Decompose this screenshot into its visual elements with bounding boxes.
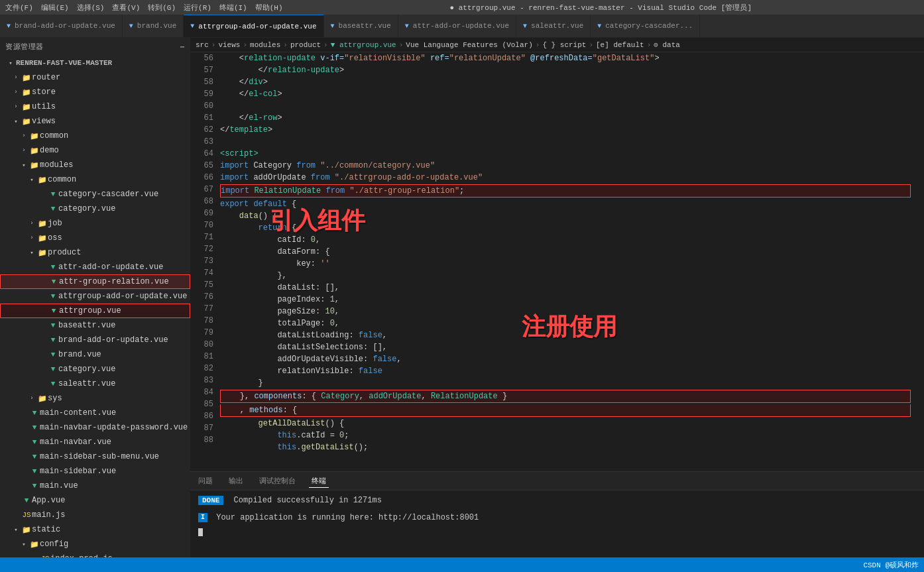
tree-label-main-sidebar: main-sidebar.vue xyxy=(40,467,190,476)
folder-icon: 📁 xyxy=(37,249,48,257)
sidebar-item-oss[interactable]: › 📁 oss xyxy=(0,231,190,245)
ln88: 88 xyxy=(197,434,213,446)
expand-icon: ▾ xyxy=(5,60,16,67)
sidebar-item-main-sidebar[interactable]: ▼ main-sidebar.vue xyxy=(0,464,190,479)
ln77: 77 xyxy=(197,303,213,315)
vue-file-icon: ▼ xyxy=(48,205,58,213)
ln57: 57 xyxy=(197,64,213,76)
new-file-icon[interactable]: ⋯ xyxy=(180,42,185,51)
menu-select[interactable]: 选择(S) xyxy=(77,3,105,13)
expand-arrow: ▾ xyxy=(19,162,29,169)
sidebar-item-utils[interactable]: › 📁 utils xyxy=(0,99,190,114)
sidebar-item-product[interactable]: ▾ 📁 product xyxy=(0,245,190,260)
sidebar-item-main-js[interactable]: JS main.js xyxy=(0,508,190,522)
tab-category-cascader[interactable]: ▼ category-cascader... xyxy=(591,15,700,37)
panel-tab-terminal[interactable]: 终端 xyxy=(309,475,329,488)
tab-attrgroup-add-or-update[interactable]: ▼ attrgroup-add-or-update.vue xyxy=(184,15,323,37)
sidebar-item-config[interactable]: ▾ 📁 config xyxy=(0,537,190,551)
sidebar-item-attr-add-or-update[interactable]: ▼ attr-add-or-update.vue xyxy=(0,260,190,274)
vue-file-icon: ▼ xyxy=(29,424,40,431)
menu-terminal[interactable]: 终端(I) xyxy=(219,3,247,13)
sidebar-item-main-content[interactable]: ▼ main-content.vue xyxy=(0,406,190,420)
sidebar-header-icons[interactable]: ⋯ xyxy=(180,42,185,51)
sidebar-item-main-navbar-update-password[interactable]: ▼ main-navbar-update-password.vue xyxy=(0,420,190,435)
sidebar-item-category-cascader[interactable]: ▼ category-cascader.vue xyxy=(0,187,190,201)
code-editor[interactable]: 56 57 58 59 60 61 62 63 64 65 66 67 68 6… xyxy=(190,52,924,453)
sidebar-header: 资源管理器 ⋯ xyxy=(0,38,190,56)
folder-icon: 📁 xyxy=(21,117,32,126)
tree-label-main-sidebar-sub-menu: main-sidebar-sub-menu.vue xyxy=(40,452,190,461)
sidebar-item-product-category[interactable]: ▼ category.vue xyxy=(0,362,190,376)
ln82: 82 xyxy=(197,363,213,374)
tree-label-attrgroup: attrgroup.vue xyxy=(59,306,190,315)
sidebar-item-router[interactable]: › 📁 router xyxy=(0,70,190,85)
sidebar-root[interactable]: ▾ RENREN-FAST-VUE-MASTER xyxy=(0,56,190,70)
menu-view[interactable]: 查看(V) xyxy=(112,3,140,13)
tree-label-utils: utils xyxy=(32,102,190,111)
sidebar-item-attr-group-relation[interactable]: ▼ attr-group-relation.vue xyxy=(0,274,190,289)
menu-edit[interactable]: 编辑(E) xyxy=(41,3,69,13)
vue-file-icon: ▼ xyxy=(48,307,59,315)
terminal-done-line: DONE Compiled successfully in 1271ms xyxy=(198,494,916,506)
tab-label: attrgroup-add-or-update.vue xyxy=(198,23,316,30)
sidebar-item-attrgroup-add-or-update[interactable]: ▼ attrgroup-add-or-update.vue xyxy=(0,289,190,304)
vue-file-icon: ▼ xyxy=(29,453,40,461)
menu-run[interactable]: 运行(R) xyxy=(184,3,211,13)
tree-label-category-vue: category.vue xyxy=(58,204,190,213)
vue-icon: ▼ xyxy=(523,23,527,30)
menu-help[interactable]: 帮助(H) xyxy=(255,3,283,13)
bc-data: ⊙ data xyxy=(654,40,680,49)
sidebar-tree[interactable]: ▾ RENREN-FAST-VUE-MASTER › 📁 router › 📁 … xyxy=(0,56,190,557)
vue-icon: ▼ xyxy=(190,23,194,30)
sidebar-item-main-vue[interactable]: ▼ main.vue xyxy=(0,479,190,493)
tree-label-main-js: main.js xyxy=(32,510,190,520)
menu-goto[interactable]: 转到(G) xyxy=(148,3,176,13)
sidebar-item-brand[interactable]: ▼ brand.vue xyxy=(0,347,190,362)
tab-attr-add-or-update[interactable]: ▼ attr-add-or-update.vue xyxy=(398,15,516,37)
sidebar-item-static[interactable]: ▾ 📁 static xyxy=(0,522,190,537)
bc-file: ▼ attrgroup.vue xyxy=(331,41,396,49)
titlebar: 文件(F) 编辑(E) 选择(S) 查看(V) 转到(G) 运行(R) 终端(I… xyxy=(0,0,924,15)
tree-label-main-content: main-content.vue xyxy=(40,408,190,418)
sidebar-item-baseattr[interactable]: ▼ baseattr.vue xyxy=(0,318,190,333)
tab-brand-add-or-update[interactable]: ▼ brand-add-or-update.vue xyxy=(0,15,123,37)
tab-saleattr[interactable]: ▼ saleattr.vue xyxy=(516,15,591,37)
sidebar-item-brand-add-or-update[interactable]: ▼ brand-add-or-update.vue xyxy=(0,333,190,347)
info-message: Your application is running here: http:/… xyxy=(216,513,479,522)
code-line-63 xyxy=(220,136,911,148)
expand-arrow: › xyxy=(11,89,21,95)
sidebar-item-attrgroup[interactable]: ▼ attrgroup.vue xyxy=(0,304,190,318)
ln84: 84 xyxy=(197,386,213,398)
sidebar-item-common-views[interactable]: › 📁 common xyxy=(0,129,190,143)
ln65: 65 xyxy=(197,160,213,172)
sidebar-item-category-vue[interactable]: ▼ category.vue xyxy=(0,201,190,216)
menu-file[interactable]: 文件(F) xyxy=(5,3,33,13)
sidebar-item-views[interactable]: ▾ 📁 views xyxy=(0,114,190,129)
sidebar-item-demo[interactable]: › 📁 demo xyxy=(0,143,190,158)
panel-tab-debug[interactable]: 调试控制台 xyxy=(257,475,298,487)
ln70: 70 xyxy=(197,219,213,231)
panel-tab-problems[interactable]: 问题 xyxy=(196,475,215,487)
tree-label-main-navbar: main-navbar.vue xyxy=(40,437,190,447)
sidebar-item-index-prod[interactable]: JS index-prod.js xyxy=(0,551,190,557)
window-title: ● attrgroup.vue - renren-fast-vue-master… xyxy=(283,3,919,13)
code-line-86: getAllDataList() { xyxy=(220,418,911,429)
tab-brand[interactable]: ▼ brand.vue xyxy=(123,15,184,37)
sidebar-item-sys[interactable]: › 📁 sys xyxy=(0,391,190,406)
panel-tab-output[interactable]: 输出 xyxy=(226,475,246,487)
sidebar-item-app-vue[interactable]: ▼ App.vue xyxy=(0,493,190,508)
tab-baseattr[interactable]: ▼ baseattr.vue xyxy=(324,15,398,37)
titlebar-menu[interactable]: 文件(F) 编辑(E) 选择(S) 查看(V) 转到(G) 运行(R) 终端(I… xyxy=(5,3,283,13)
sidebar-item-main-navbar[interactable]: ▼ main-navbar.vue xyxy=(0,435,190,449)
sidebar-item-modules[interactable]: ▾ 📁 modules xyxy=(0,158,190,172)
sidebar-item-job[interactable]: › 📁 job xyxy=(0,216,190,231)
sidebar-item-saleattr[interactable]: ▼ saleattr.vue xyxy=(0,376,190,391)
js-file-icon: JS xyxy=(21,511,32,519)
expand-arrow: › xyxy=(19,133,29,139)
tabbar: ▼ brand-add-or-update.vue ▼ brand.vue ▼ … xyxy=(0,15,924,38)
sidebar-item-store[interactable]: › 📁 store xyxy=(0,85,190,99)
sidebar-item-main-sidebar-sub-menu[interactable]: ▼ main-sidebar-sub-menu.vue xyxy=(0,449,190,464)
vue-icon: ▼ xyxy=(331,23,335,30)
sidebar-item-modules-common[interactable]: ▾ 📁 common xyxy=(0,172,190,187)
vue-file-icon: ▼ xyxy=(48,321,58,329)
